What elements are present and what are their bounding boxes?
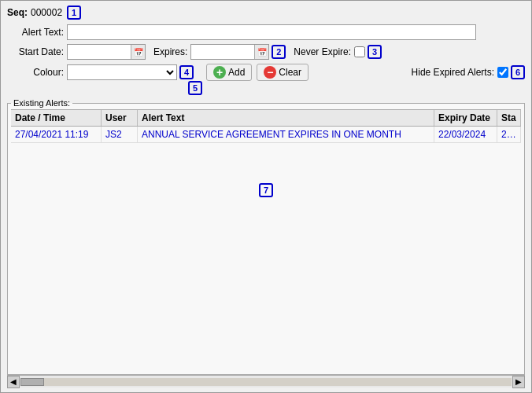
expires-date-cal-button[interactable]: 📅 <box>254 45 268 59</box>
seq-value: 000002 <box>31 7 62 18</box>
cell-sta: 22/0 <box>497 127 521 142</box>
col-header-alerttext: Alert Text <box>138 110 434 126</box>
scroll-right-button[interactable]: ▶ <box>512 376 525 388</box>
col-header-datetime: Date / Time <box>11 110 102 126</box>
expires-label: Expires: <box>153 46 187 57</box>
existing-alerts-legend: Existing Alerts: <box>11 98 72 108</box>
col-header-expiry: Expiry Date <box>434 110 497 126</box>
start-date-wrapper: 📅 <box>67 44 146 60</box>
badge-2: 2 <box>272 45 286 59</box>
colour-label: Colour: <box>7 67 64 78</box>
table-row[interactable]: 27/04/2021 11:19 JS2 ANNUAL SERVICE AGRE… <box>11 127 521 143</box>
cell-alerttext: ANNUAL SERVICE AGREEMENT EXPIRES IN ONE … <box>138 127 434 142</box>
seq-label: Seq: <box>7 7 28 18</box>
badge-6: 6 <box>511 65 525 79</box>
cell-user: JS2 <box>102 127 138 142</box>
start-date-cal-button[interactable]: 📅 <box>131 45 145 59</box>
never-expire-label: Never Expire: <box>294 46 351 57</box>
add-icon: + <box>213 66 226 79</box>
colour-select[interactable] <box>67 64 177 80</box>
badge-3: 3 <box>368 45 382 59</box>
clear-label: Clear <box>279 67 301 78</box>
horizontal-scrollbar[interactable]: ◀ ▶ <box>7 375 525 387</box>
col-header-user: User <box>102 110 138 126</box>
add-button[interactable]: + Add <box>206 64 252 81</box>
clear-icon: − <box>264 66 276 79</box>
cell-expiry: 22/03/2024 <box>434 127 497 142</box>
cell-datetime: 27/04/2021 11:19 <box>11 127 102 142</box>
hide-expired-label: Hide Expired Alerts: <box>412 67 494 78</box>
expires-date-wrapper: 📅 <box>190 44 269 60</box>
start-date-label: Start Date: <box>7 46 64 57</box>
badge-5: 5 <box>188 81 202 95</box>
scrollbar-thumb <box>20 378 44 386</box>
alert-text-input[interactable] <box>67 24 476 40</box>
expires-date-input[interactable] <box>191 45 254 59</box>
badge-1: 1 <box>67 6 81 20</box>
badge-4: 4 <box>179 65 194 79</box>
scrollbar-track <box>20 378 512 386</box>
badge-7: 7 <box>259 183 273 197</box>
scroll-left-button[interactable]: ◀ <box>7 376 20 388</box>
clear-button[interactable]: − Clear <box>257 64 308 81</box>
alert-text-label: Alert Text: <box>7 27 64 38</box>
table-header: Date / Time User Alert Text Expiry Date … <box>11 109 521 127</box>
add-label: Add <box>228 67 245 78</box>
col-header-sta: Sta <box>497 110 521 126</box>
table-body: 27/04/2021 11:19 JS2 ANNUAL SERVICE AGRE… <box>11 127 521 371</box>
start-date-input[interactable] <box>68 45 131 59</box>
never-expire-checkbox[interactable] <box>354 46 365 57</box>
hide-expired-checkbox[interactable] <box>497 67 508 78</box>
